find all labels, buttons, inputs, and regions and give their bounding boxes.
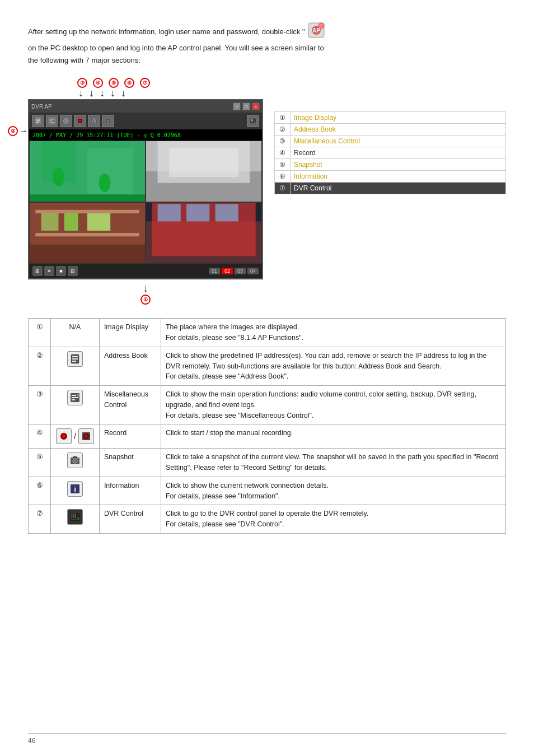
toolbar-btn-2[interactable] <box>46 115 58 127</box>
channel-1: CH1 <box>29 141 146 202</box>
legend-label-3: Miscellaneous Control <box>291 136 506 147</box>
record-icon-1 <box>56 428 72 444</box>
legend-row-3: ③ Miscellaneous Control <box>275 136 506 147</box>
svg-rect-56 <box>72 397 78 398</box>
table-icon-7 <box>51 505 100 534</box>
svg-text:···: ··· <box>320 24 323 28</box>
grid-icon[interactable]: ⊞ <box>32 266 43 276</box>
stop-icon[interactable]: ■ <box>56 266 66 276</box>
svg-rect-39 <box>35 210 139 213</box>
toolbar-btn-1[interactable] <box>32 115 44 127</box>
table-label-6: Information <box>99 477 161 505</box>
circle-5: ⑤ <box>109 78 119 88</box>
legend-label-4: Record <box>291 147 506 159</box>
ch-btn-1[interactable]: 01 <box>209 268 220 274</box>
svg-point-73 <box>77 514 79 516</box>
svg-point-16 <box>79 120 81 122</box>
svg-rect-36 <box>169 148 238 178</box>
toolbar-btn-5[interactable] <box>88 115 100 127</box>
table-num-7: ⑦ <box>29 505 51 534</box>
svg-rect-6 <box>36 119 40 120</box>
legend-num-3: ③ <box>275 136 291 147</box>
table-label-4: Record <box>99 424 161 449</box>
information-icon: i <box>67 481 83 497</box>
table-row-1: ① N/A Image Display The place where the … <box>29 319 506 347</box>
record-icons: / <box>55 428 95 445</box>
dvr-bottom-controls: ⊞ ✕ ■ ⊟ 01 02 03 04 <box>29 264 262 278</box>
intro-line1: After setting up the network information… <box>28 27 305 36</box>
table-icon-4: / <box>51 424 100 449</box>
ap-icon: AP ··· <box>308 22 325 38</box>
svg-text:i: i <box>74 485 76 493</box>
restore-btn[interactable]: □ <box>242 102 250 110</box>
arrow-2: ↓ <box>89 88 94 98</box>
legend-table: ① Image Display ② Address Book ③ Miscell… <box>274 111 506 194</box>
table-num-5: ⑤ <box>29 449 51 477</box>
legend-row-5: ⑤ Snapshot <box>275 159 506 171</box>
x-icon[interactable]: ✕ <box>44 266 54 276</box>
close-btn[interactable]: × <box>252 102 260 110</box>
legend-num-4: ④ <box>275 147 291 159</box>
ch-btn-4[interactable]: 04 <box>247 268 259 274</box>
table-label-1: Image Display <box>99 319 161 347</box>
grid2-icon[interactable]: ⊟ <box>68 266 78 276</box>
dvr-video-grid: CH1 CH2 <box>29 141 262 264</box>
slash: / <box>74 431 76 442</box>
toolbar-btn-4[interactable] <box>74 115 86 127</box>
svg-rect-42 <box>64 213 78 231</box>
svg-rect-67 <box>73 456 77 458</box>
dvr-panel: DVR AP − □ × <box>28 99 263 279</box>
toolbar-btn-6[interactable]: i <box>102 115 114 127</box>
legend-label-6: Information <box>291 171 506 183</box>
dvr-statusbar: 2007 / MAY / 29 15:27:11 (TUE) ☆ ◎ Q 0.0… <box>29 129 262 141</box>
circle-4: ④ <box>93 78 103 88</box>
channel-2: CH2 <box>146 141 262 202</box>
legend-label-2: Address Book <box>291 124 506 136</box>
table-label-2: Address Book <box>99 347 161 385</box>
svg-point-58 <box>77 394 79 396</box>
table-desc-7: Click to go to the DVR control panel to … <box>161 505 505 534</box>
table-desc-6: Click to show the current network connec… <box>161 477 505 505</box>
svg-rect-20 <box>92 118 96 119</box>
toolbar-btn-3[interactable] <box>60 115 72 127</box>
table-num-1: ① <box>29 319 51 347</box>
table-row-3: ③ Miscellaneous Control Click to show th… <box>29 386 506 424</box>
circle-numbers-row: ③ ④ ⑤ ⑥ ⑦ <box>77 78 263 88</box>
svg-point-63 <box>85 435 87 437</box>
bottom-icons: ⊞ ✕ ■ ⊟ <box>32 266 78 276</box>
svg-rect-49 <box>216 204 238 222</box>
arrow-5: ↓ <box>121 88 126 98</box>
legend-label-5: Snapshot <box>291 159 506 171</box>
legend-num-6: ⑥ <box>275 171 291 183</box>
channel-selector: 01 02 03 04 <box>209 268 259 274</box>
legend-num-2: ② <box>275 124 291 136</box>
dvr-toolbar: i <box>29 113 262 129</box>
svg-point-74 <box>77 517 79 519</box>
table-label-5: Snapshot <box>99 449 161 477</box>
circle-2-indicator: ② <box>8 126 18 136</box>
arrows-row: ↓ ↓ ↓ ↓ ↓ <box>78 88 263 98</box>
circle-1-bottom: ① <box>140 295 151 305</box>
table-row-2: ② Address Book Click to show the predefi… <box>29 347 506 385</box>
ch-btn-2[interactable]: 02 <box>222 268 233 274</box>
channel-3: CH3 <box>29 202 146 264</box>
arrow-4: ↓ <box>110 88 115 98</box>
svg-point-14 <box>65 120 67 122</box>
ch-btn-3[interactable]: 03 <box>235 268 246 274</box>
table-num-3: ③ <box>29 386 51 424</box>
table-icon-6: i <box>51 477 100 505</box>
minimize-btn[interactable]: − <box>233 102 241 110</box>
legend-num-7: ⑦ <box>275 183 291 194</box>
svg-text:AP: AP <box>312 27 320 34</box>
svg-rect-77 <box>72 514 73 518</box>
arrow-3: ↓ <box>100 88 105 98</box>
svg-rect-12 <box>50 122 54 123</box>
page-footer: 46 <box>28 733 506 745</box>
svg-rect-51 <box>72 356 78 357</box>
table-icon-2 <box>51 347 100 385</box>
svg-rect-30 <box>30 194 145 202</box>
svg-rect-76 <box>71 514 72 518</box>
svg-point-66 <box>74 460 76 462</box>
svg-rect-78 <box>74 514 75 518</box>
toolbar-btn-7[interactable] <box>247 115 259 127</box>
